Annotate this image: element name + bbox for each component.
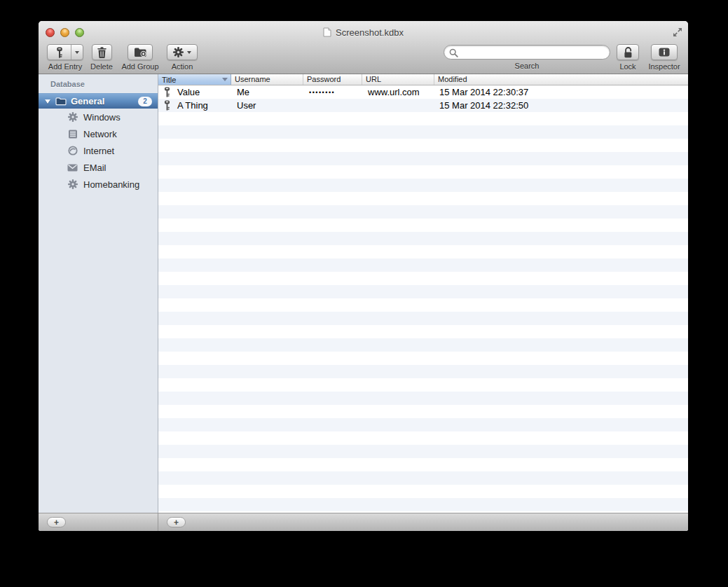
disclosure-triangle-icon[interactable] (45, 99, 50, 104)
lock-toolbar-item: Lock (614, 44, 641, 71)
content-bottom-bar: + (158, 513, 688, 531)
entry-username: Me (231, 87, 303, 97)
entry-title: Value (177, 87, 200, 97)
open-padlock-icon (622, 46, 634, 58)
window-title: Screenshot.kdbx (336, 27, 404, 38)
search-input[interactable] (444, 45, 610, 60)
entry-list: Value Me •••••••• www.url.com 15 Mar 201… (158, 85, 688, 513)
sidebar-item-label: Network (83, 129, 117, 139)
sidebar: Database General 2 (39, 74, 158, 513)
add-entry-toolbar-item: Add Entry (46, 44, 85, 71)
envelope-icon (67, 164, 78, 172)
add-group-toolbar-item: Add Group (118, 44, 162, 71)
bottom-bar: + + (39, 513, 688, 531)
entry-table: Title Username Password URL Modified (158, 74, 688, 513)
entry-modified: 15 Mar 2014 22:30:37 (434, 87, 688, 97)
column-header-title[interactable]: Title (158, 74, 231, 85)
document-icon (323, 27, 331, 37)
table-row[interactable]: A Thing User 15 Mar 2014 22:32:50 (158, 99, 688, 112)
add-entry-button[interactable] (47, 44, 83, 60)
sidebar-item-label: Internet (83, 146, 114, 156)
sidebar-item-network[interactable]: Network (39, 125, 158, 142)
sidebar-item-label: EMail (83, 163, 107, 173)
sidebar-item-homebanking[interactable]: Homebanking (39, 176, 158, 193)
action-label: Action (172, 62, 193, 71)
info-icon (659, 48, 670, 57)
sidebar-group-label: General (71, 96, 138, 106)
add-entry-plus-button[interactable]: + (167, 517, 186, 527)
toolbar: Add Entry (39, 43, 688, 74)
folder-icon (55, 97, 67, 106)
sort-descending-icon (222, 78, 228, 81)
add-group-plus-button[interactable]: + (47, 517, 66, 527)
table-header: Title Username Password URL Modified (158, 74, 688, 85)
sidebar-section-header: Database (39, 74, 158, 93)
inspector-label: Inspector (648, 62, 680, 71)
globe-icon (67, 146, 78, 156)
delete-toolbar-item: Delete (88, 44, 116, 71)
window-title-area: Screenshot.kdbx (39, 21, 688, 43)
app-window: Screenshot.kdbx (39, 21, 688, 531)
sidebar-item-label: Homebanking (83, 179, 139, 190)
entry-url: www.url.com (362, 87, 434, 97)
sidebar-group-general[interactable]: General 2 (39, 93, 158, 109)
action-toolbar-item: Action (165, 44, 200, 71)
key-icon (48, 45, 71, 60)
sidebar-item-label: Windows (83, 112, 121, 123)
title-bar[interactable]: Screenshot.kdbx (39, 21, 688, 43)
gear-icon (67, 112, 78, 122)
folder-plus-icon (134, 47, 147, 57)
sidebar-item-internet[interactable]: Internet (39, 142, 158, 159)
table-row[interactable]: Value Me •••••••• www.url.com 15 Mar 201… (158, 85, 688, 99)
entry-username: User (231, 100, 303, 111)
column-header-url[interactable]: URL (362, 74, 434, 85)
column-header-username[interactable]: Username (231, 74, 303, 85)
entry-title: A Thing (177, 100, 208, 111)
chevron-down-icon (75, 51, 79, 54)
entry-password: •••••••• (303, 89, 362, 96)
gear-icon (173, 47, 184, 57)
action-button[interactable] (167, 44, 198, 60)
sidebar-item-windows[interactable]: Windows (39, 109, 158, 125)
delete-label: Delete (90, 62, 113, 71)
lock-label: Lock (619, 62, 636, 71)
gear-icon (67, 179, 78, 189)
add-group-label: Add Group (121, 62, 158, 71)
sidebar-item-email[interactable]: EMail (39, 159, 158, 176)
column-header-password[interactable]: Password (303, 74, 362, 85)
fullscreen-icon[interactable] (672, 27, 683, 38)
lock-button[interactable] (617, 44, 639, 60)
window-chrome: Screenshot.kdbx (39, 21, 688, 74)
inspector-toolbar-item: Inspector (643, 44, 686, 71)
add-entry-label: Add Entry (48, 62, 82, 71)
sidebar-bottom-bar: + (39, 513, 158, 531)
trash-icon (97, 47, 107, 58)
key-icon (164, 100, 170, 111)
inspector-button[interactable] (651, 44, 678, 60)
key-icon (164, 87, 170, 97)
add-entry-dropdown[interactable] (71, 45, 83, 60)
delete-button[interactable] (92, 44, 112, 60)
magnifier-icon (449, 48, 458, 57)
column-header-modified[interactable]: Modified (434, 74, 688, 85)
chevron-down-icon (187, 51, 191, 54)
search-toolbar-item: Search (444, 44, 610, 70)
search-label: Search (515, 62, 540, 70)
entry-count-badge: 2 (138, 97, 152, 106)
entry-modified: 15 Mar 2014 22:32:50 (434, 100, 688, 111)
server-icon (67, 130, 78, 139)
add-group-button[interactable] (128, 44, 153, 60)
